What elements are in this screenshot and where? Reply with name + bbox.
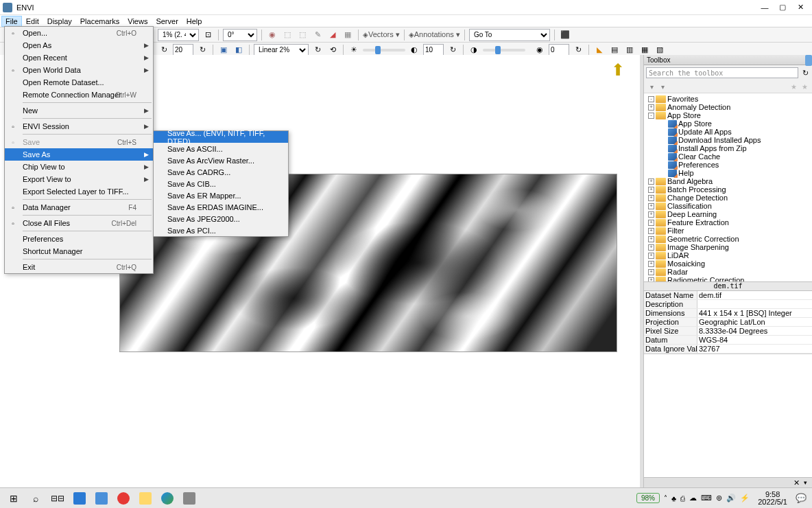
- tray-icon[interactable]: ⚡: [740, 494, 750, 503]
- reset-icon[interactable]: ⟲: [326, 44, 339, 56]
- gamma-icon[interactable]: ◉: [534, 44, 546, 56]
- close-button[interactable]: ✕: [791, 1, 809, 14]
- tool-icon[interactable]: ◉: [266, 29, 278, 41]
- tree-toggle-icon[interactable]: +: [648, 244, 654, 251]
- menu-display[interactable]: Display: [43, 16, 76, 27]
- minimize-button[interactable]: —: [756, 1, 774, 14]
- tree-node[interactable]: Update All Apps: [645, 128, 811, 136]
- menu-help[interactable]: Help: [182, 16, 206, 27]
- tool-icon[interactable]: ⬚: [296, 29, 309, 41]
- menu-placemarks[interactable]: Placemarks: [76, 16, 123, 27]
- tree-node[interactable]: +Feature Extraction: [645, 218, 811, 227]
- tree-node[interactable]: App Store: [645, 119, 811, 128]
- taskbar-app[interactable]: [178, 489, 200, 507]
- tool-icon[interactable]: ✎: [311, 29, 324, 41]
- menu-item[interactable]: Preferences: [5, 233, 153, 245]
- menu-item[interactable]: Open Remote Dataset...: [5, 76, 153, 89]
- value-input-3[interactable]: [549, 44, 569, 56]
- clock[interactable]: 9:58 2022/5/1: [754, 491, 791, 506]
- submenu-item[interactable]: Save As ERDAS IMAGINE...: [154, 201, 288, 213]
- menu-edit[interactable]: Edit: [22, 16, 43, 27]
- menu-server[interactable]: Server: [152, 16, 182, 27]
- close-icon[interactable]: ▾: [802, 479, 809, 486]
- brightness-slider[interactable]: [363, 49, 405, 51]
- tool-icon[interactable]: ◢: [326, 29, 339, 41]
- tree-node[interactable]: +Classification: [645, 202, 811, 210]
- contrast-slider[interactable]: [483, 49, 525, 51]
- menu-views[interactable]: Views: [123, 16, 152, 27]
- tree-toggle-icon[interactable]: +: [648, 187, 654, 193]
- taskbar-app[interactable]: [112, 489, 134, 507]
- tree-node[interactable]: +Change Detection: [645, 194, 811, 202]
- menu-item[interactable]: ▫Open World Data▶: [5, 64, 153, 76]
- zoom-fit-icon[interactable]: ⊡: [202, 29, 214, 41]
- refresh-icon[interactable]: ↻: [800, 68, 810, 78]
- taskbar-app[interactable]: [134, 489, 156, 507]
- tool-icon[interactable]: ⬚: [281, 29, 294, 41]
- tree-node[interactable]: -App Store: [645, 111, 811, 119]
- menu-item[interactable]: ExitCtrl+Q: [5, 261, 153, 273]
- tree-toggle-icon[interactable]: +: [648, 269, 654, 275]
- volume-icon[interactable]: 🔊: [726, 494, 736, 503]
- tree-node[interactable]: +Anomaly Detection: [645, 103, 811, 111]
- tree-node[interactable]: +Image Sharpening: [645, 243, 811, 251]
- menu-item[interactable]: ▫Close All FilesCtrl+Del: [5, 217, 153, 229]
- goto-select[interactable]: Go To: [469, 29, 550, 41]
- tree-toggle-icon[interactable]: +: [648, 178, 654, 185]
- tool-icon[interactable]: ▦: [342, 29, 354, 41]
- expand-icon[interactable]: ▾: [658, 82, 667, 91]
- notification-icon[interactable]: 💬: [796, 493, 807, 503]
- tree-node[interactable]: Install Apps from Zip: [645, 144, 811, 152]
- tree-toggle-icon[interactable]: +: [648, 236, 654, 242]
- taskbar-app[interactable]: [91, 489, 112, 507]
- menu-file[interactable]: File: [1, 16, 22, 27]
- measure-icon[interactable]: ◣: [593, 44, 606, 56]
- star-icon[interactable]: ★: [800, 82, 809, 91]
- taskbar-app[interactable]: [156, 489, 178, 507]
- brightness-icon[interactable]: ☀: [348, 44, 360, 56]
- submenu-item[interactable]: Save As ASCII...: [154, 143, 288, 154]
- maximize-button[interactable]: ▢: [774, 1, 791, 14]
- contrast-icon[interactable]: ◑: [468, 44, 480, 56]
- close-icon[interactable]: ✕: [791, 478, 802, 487]
- submenu-item[interactable]: Save As JPEG2000...: [154, 213, 288, 224]
- region-icon[interactable]: ▣: [217, 44, 230, 56]
- search-button[interactable]: ⌕: [25, 489, 47, 507]
- stop-icon[interactable]: ⬛: [559, 29, 571, 41]
- wifi-icon[interactable]: ⊚: [716, 494, 722, 503]
- value-input-2[interactable]: [423, 44, 444, 56]
- start-button[interactable]: ⊞: [3, 489, 25, 507]
- menu-item[interactable]: Export Selected Layer to TIFF...: [5, 185, 153, 198]
- grid-icon[interactable]: ▦: [638, 44, 651, 56]
- tree-node[interactable]: +Geometric Correction: [645, 235, 811, 243]
- submenu-item[interactable]: Save As ER Mapper...: [154, 189, 288, 201]
- contrast-icon[interactable]: ◐: [408, 44, 420, 56]
- tree-toggle-icon[interactable]: +: [648, 203, 654, 209]
- tree-node[interactable]: Help: [645, 169, 811, 177]
- toolbox-tree[interactable]: -Favorites+Anomaly Detection-App StoreAp…: [644, 93, 812, 281]
- tree-node[interactable]: +Filter: [645, 227, 811, 235]
- menu-item[interactable]: Shortcut Manager: [5, 245, 153, 257]
- tree-node[interactable]: Clear Cache: [645, 152, 811, 161]
- tree-toggle-icon[interactable]: +: [648, 277, 654, 282]
- submenu-item[interactable]: Save As CIB...: [154, 178, 288, 189]
- tree-node[interactable]: -Favorites: [645, 95, 811, 103]
- toolbox-search-input[interactable]: [646, 67, 798, 78]
- menu-item[interactable]: Open Recent▶: [5, 51, 153, 64]
- menu-item[interactable]: ▫SaveCtrl+S: [5, 136, 153, 148]
- chevron-up-icon[interactable]: ˄: [664, 494, 667, 502]
- menu-item[interactable]: New▶: [5, 104, 153, 117]
- refresh-icon[interactable]: ↻: [446, 44, 459, 56]
- tree-toggle-icon[interactable]: +: [648, 211, 654, 218]
- annotations-dropdown[interactable]: ◈ Annotations ▾: [409, 29, 460, 41]
- tree-node[interactable]: +Radar: [645, 268, 811, 276]
- submenu-item[interactable]: Save As... (ENVI, NITF, TIFF, DTED): [154, 131, 288, 143]
- zoom-select[interactable]: 1% (2. 4:: [158, 29, 199, 41]
- layer-icon[interactable]: ◧: [232, 44, 245, 56]
- tree-node[interactable]: +Batch Processing: [645, 185, 811, 194]
- tree-toggle-icon[interactable]: +: [648, 261, 654, 267]
- menu-item[interactable]: ▫ENVI Session▶: [5, 120, 153, 132]
- tray-icon[interactable]: ⌨: [701, 494, 712, 503]
- submenu-item[interactable]: Save As CADRG...: [154, 166, 288, 178]
- submenu-item[interactable]: Save As ArcView Raster...: [154, 154, 288, 166]
